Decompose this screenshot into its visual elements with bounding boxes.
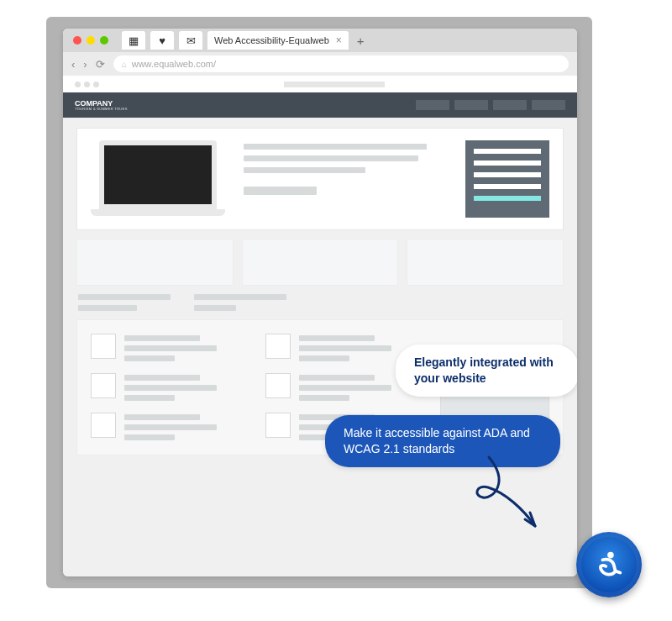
list-item[interactable] — [91, 373, 249, 401]
callout-integration: Elegantly integrated with your website — [396, 345, 577, 397]
url-text: www.equalweb.com/ — [132, 59, 216, 69]
mail-icon: ✉ — [186, 34, 196, 47]
thumbnail — [265, 373, 291, 398]
pinned-tab-favorites[interactable]: ♥ — [150, 31, 174, 50]
nav-item[interactable] — [416, 100, 449, 110]
nav-item[interactable] — [532, 100, 565, 110]
thumbnail — [91, 413, 116, 438]
hero-section — [76, 128, 564, 230]
nav-item[interactable] — [454, 100, 488, 110]
accent-line — [474, 196, 541, 201]
page-top-strip — [63, 76, 577, 92]
close-tab-icon[interactable]: × — [336, 34, 342, 46]
minimize-window-button[interactable] — [87, 36, 95, 45]
placeholder-dot — [75, 82, 81, 87]
site-header: COMPANY TOURISM & SUMMER TOURS — [63, 92, 577, 118]
address-bar: ‹ › ⟳ ⌂ www.equalweb.com/ — [63, 52, 577, 76]
accessibility-icon — [593, 549, 625, 581]
card[interactable] — [407, 239, 564, 286]
placeholder-bar — [284, 82, 385, 87]
logo-subtitle: TOURISM & SUMMER TOURS — [75, 108, 128, 111]
illustration-backdrop: ▦ ♥ ✉ Web Accessibility-Equalweb × + ‹ ›… — [46, 17, 592, 588]
mini-text-row — [76, 294, 564, 311]
list-item[interactable] — [91, 334, 249, 361]
page-content: COMPANY TOURISM & SUMMER TOURS — [63, 76, 577, 576]
new-tab-button[interactable]: + — [357, 34, 365, 48]
list-column — [91, 334, 249, 441]
browser-window: ▦ ♥ ✉ Web Accessibility-Equalweb × + ‹ ›… — [63, 29, 577, 576]
tab-bar: ▦ ♥ ✉ Web Accessibility-Equalweb × + — [63, 29, 577, 52]
back-button[interactable]: ‹ — [71, 58, 75, 71]
placeholder-dot — [93, 82, 99, 87]
thumbnail — [91, 373, 116, 398]
hero-side-panel — [465, 140, 549, 218]
tab-title: Web Accessibility-Equalweb — [214, 35, 329, 45]
forward-button[interactable]: › — [83, 58, 87, 71]
thumbnail — [265, 334, 291, 359]
nav-item[interactable] — [493, 100, 527, 110]
close-window-button[interactable] — [73, 36, 81, 45]
page-body — [63, 118, 577, 455]
hero-text — [244, 140, 447, 218]
pinned-tab-mail[interactable]: ✉ — [179, 31, 202, 50]
site-info-icon: ⌂ — [122, 60, 127, 69]
callout-text: Elegantly integrated with your website — [414, 355, 554, 385]
site-logo[interactable]: COMPANY TOURISM & SUMMER TOURS — [75, 100, 128, 111]
url-input[interactable]: ⌂ www.equalweb.com/ — [113, 55, 569, 72]
grid-icon: ▦ — [129, 34, 139, 47]
card[interactable] — [242, 239, 399, 286]
reload-button[interactable]: ⟳ — [96, 58, 105, 71]
window-controls — [73, 36, 108, 45]
list-item[interactable] — [91, 413, 249, 440]
arrow-icon — [459, 449, 552, 541]
pinned-tab-apps[interactable]: ▦ — [122, 31, 145, 50]
browser-tab-active[interactable]: Web Accessibility-Equalweb × — [207, 31, 349, 50]
accessibility-widget-button[interactable] — [576, 532, 642, 597]
card[interactable] — [76, 239, 234, 286]
laptop-icon — [91, 140, 225, 216]
placeholder-dot — [84, 82, 90, 87]
thumbnail — [91, 334, 116, 359]
maximize-window-button[interactable] — [100, 36, 108, 45]
hero-image — [91, 140, 225, 218]
card-row — [76, 239, 564, 286]
browser-chrome: ▦ ♥ ✉ Web Accessibility-Equalweb × + ‹ ›… — [63, 29, 577, 76]
heart-icon: ♥ — [159, 34, 165, 47]
svg-point-0 — [607, 552, 614, 559]
thumbnail — [265, 413, 291, 438]
logo-title: COMPANY — [75, 99, 113, 108]
